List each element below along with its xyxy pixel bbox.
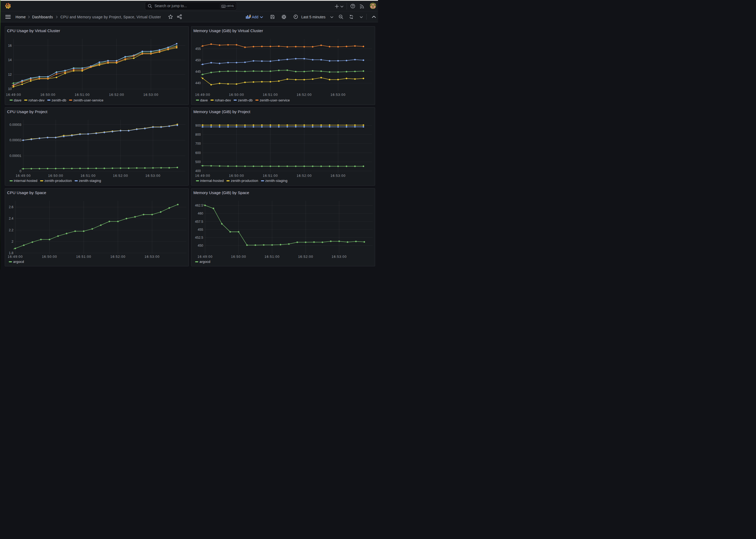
svg-text:0.00002: 0.00002 xyxy=(10,138,22,142)
svg-text:16: 16 xyxy=(8,44,12,47)
svg-text:455: 455 xyxy=(195,47,201,51)
svg-text:0.00003: 0.00003 xyxy=(10,123,22,127)
svg-text:16:52:00: 16:52:00 xyxy=(113,174,128,178)
svg-text:16:49:00: 16:49:00 xyxy=(197,255,213,259)
svg-text:400: 400 xyxy=(195,169,201,173)
svg-text:450: 450 xyxy=(198,244,203,248)
svg-text:10: 10 xyxy=(8,87,12,91)
svg-text:16:52:00: 16:52:00 xyxy=(109,93,124,97)
svg-text:16:50:00: 16:50:00 xyxy=(40,93,55,97)
svg-text:2: 2 xyxy=(12,240,14,243)
svg-text:16:52:00: 16:52:00 xyxy=(297,93,311,97)
svg-text:460: 460 xyxy=(198,212,203,215)
svg-text:16:53:00: 16:53:00 xyxy=(330,93,346,97)
svg-text:0: 0 xyxy=(20,169,22,173)
svg-text:16:51:00: 16:51:00 xyxy=(265,255,280,259)
svg-text:462.5: 462.5 xyxy=(195,204,203,207)
svg-text:16:51:00: 16:51:00 xyxy=(263,174,278,178)
svg-text:16:49:00: 16:49:00 xyxy=(8,255,23,259)
svg-text:800: 800 xyxy=(195,133,201,136)
svg-text:2.4: 2.4 xyxy=(9,217,13,220)
svg-text:16:50:00: 16:50:00 xyxy=(48,174,63,178)
svg-text:900: 900 xyxy=(195,124,201,127)
svg-text:16:52:00: 16:52:00 xyxy=(298,255,313,259)
svg-text:16:51:00: 16:51:00 xyxy=(263,93,278,97)
svg-text:1.8: 1.8 xyxy=(9,251,13,255)
svg-text:2.6: 2.6 xyxy=(9,205,13,209)
svg-text:16:53:00: 16:53:00 xyxy=(143,93,159,97)
svg-text:16:52:00: 16:52:00 xyxy=(297,174,311,178)
svg-text:16:51:00: 16:51:00 xyxy=(75,93,90,97)
svg-text:700: 700 xyxy=(195,142,201,145)
svg-text:16:50:00: 16:50:00 xyxy=(42,255,57,259)
svg-text:455: 455 xyxy=(198,228,203,231)
svg-text:16:50:00: 16:50:00 xyxy=(231,255,246,259)
svg-text:16:50:00: 16:50:00 xyxy=(229,174,244,178)
svg-text:16:50:00: 16:50:00 xyxy=(229,93,244,97)
svg-text:457.5: 457.5 xyxy=(195,220,203,223)
svg-text:16:49:00: 16:49:00 xyxy=(6,93,21,97)
svg-text:16:49:00: 16:49:00 xyxy=(195,93,210,97)
svg-text:440: 440 xyxy=(195,81,201,85)
svg-text:16:52:00: 16:52:00 xyxy=(110,255,125,259)
svg-text:12: 12 xyxy=(8,73,12,76)
svg-text:445: 445 xyxy=(195,70,201,74)
svg-text:16:51:00: 16:51:00 xyxy=(80,174,96,178)
svg-text:16:49:00: 16:49:00 xyxy=(16,174,31,178)
svg-text:452.5: 452.5 xyxy=(195,236,203,240)
svg-text:500: 500 xyxy=(195,160,201,164)
svg-text:450: 450 xyxy=(195,58,201,62)
svg-text:2.2: 2.2 xyxy=(9,228,13,232)
svg-text:16:53:00: 16:53:00 xyxy=(146,174,161,178)
svg-text:16:53:00: 16:53:00 xyxy=(145,255,160,259)
svg-text:16:49:00: 16:49:00 xyxy=(195,174,210,178)
svg-text:600: 600 xyxy=(195,151,201,155)
svg-text:14: 14 xyxy=(8,58,12,62)
svg-text:16:51:00: 16:51:00 xyxy=(76,255,91,259)
svg-text:0.00001: 0.00001 xyxy=(10,154,22,158)
svg-text:16:53:00: 16:53:00 xyxy=(331,255,347,259)
svg-text:16:53:00: 16:53:00 xyxy=(330,174,346,178)
